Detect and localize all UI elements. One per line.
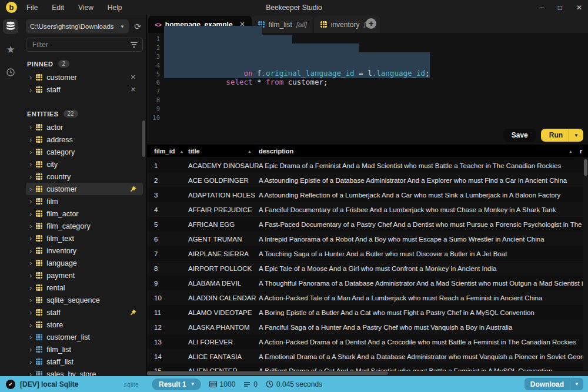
favorites-tab-button[interactable]: ★ [3, 42, 18, 57]
sidebar-scrollbar[interactable] [142, 120, 145, 157]
cell-film-id[interactable]: 2 [154, 177, 188, 184]
entity-item[interactable]: › address [26, 133, 143, 146]
database-path-dropdown[interactable]: C:\Users\ghstng\Downloads ▼ [26, 19, 129, 33]
chevron-right-icon[interactable]: › [29, 321, 32, 329]
cell-description[interactable]: A Boring Epistle of a Butler And a Cat w… [259, 309, 588, 316]
chevron-right-icon[interactable]: › [29, 210, 32, 217]
new-tab-button[interactable]: + [366, 18, 376, 29]
close-icon[interactable]: ✕ [131, 73, 136, 81]
table-row[interactable]: 15 ALIEN CENTER A Brilliant Drama of a C… [147, 364, 588, 371]
cell-title[interactable]: AGENT TRUMAN [188, 236, 259, 243]
cell-title[interactable]: ALI FOREVER [188, 339, 259, 346]
chevron-right-icon[interactable]: › [29, 185, 32, 193]
sort-icon[interactable]: ▲ [179, 149, 183, 153]
vertical-scrollbar[interactable] [583, 158, 588, 370]
download-button[interactable]: Download ▼ [524, 378, 583, 390]
column-header-film-id[interactable]: film_id ▲ [154, 148, 188, 155]
cell-description[interactable]: A Fast-Paced Documentary of a Pastry Che… [259, 221, 588, 228]
cell-description[interactable]: A Thoughtful Panorama of a Database Admi… [259, 280, 588, 287]
menu-item[interactable]: Edit [52, 4, 64, 12]
result-selector[interactable]: Result 1 ▼ [152, 378, 201, 390]
entity-item[interactable]: › sales_by_store [26, 368, 143, 376]
menu-item[interactable]: File [26, 4, 38, 12]
chevron-right-icon[interactable]: › [29, 296, 32, 304]
cell-film-id[interactable]: 6 [154, 236, 188, 243]
chevron-right-icon[interactable]: › [29, 136, 32, 143]
close-icon[interactable]: ✕ [576, 4, 582, 11]
pinned-item[interactable]: › staff ✕ [26, 83, 143, 96]
chevron-right-icon[interactable]: › [29, 160, 32, 168]
chevron-right-icon[interactable]: › [29, 86, 32, 93]
close-icon[interactable]: ✕ [131, 86, 136, 93]
entity-item[interactable]: › film_actor [26, 207, 143, 220]
table-row[interactable]: 4 AFFAIR PREJUDICE A Fanciful Documentar… [147, 202, 588, 217]
cell-film-id[interactable]: 13 [154, 339, 188, 346]
chevron-right-icon[interactable]: › [29, 73, 32, 81]
entity-item[interactable]: › store [26, 319, 143, 331]
entity-item[interactable]: › language [26, 257, 143, 269]
entity-item[interactable]: › city [26, 158, 143, 170]
cell-description[interactable]: A Epic Tale of a Moose And a Girl who mu… [259, 265, 588, 272]
cell-title[interactable]: ALASKA PHANTOM [188, 324, 259, 331]
entity-item[interactable]: › actor [26, 121, 143, 133]
table-row[interactable]: 3 ADAPTATION HOLES A Astounding Reflecti… [147, 187, 588, 202]
entity-item[interactable]: › film_text [26, 232, 143, 244]
chevron-down-icon[interactable]: ▼ [569, 133, 583, 138]
cell-title[interactable]: ACE GOLDFINGER [188, 177, 259, 184]
entity-item[interactable]: › category [26, 146, 143, 158]
cell-film-id[interactable]: 12 [154, 324, 188, 331]
chevron-right-icon[interactable]: › [29, 123, 32, 131]
cell-description[interactable]: A Touching Saga of a Hunter And a Butler… [259, 250, 588, 257]
cell-title[interactable]: AIRPORT POLLOCK [188, 265, 259, 272]
cell-description[interactable]: A Action-Packed Drama of a Dentist And a… [259, 339, 588, 346]
chevron-right-icon[interactable]: › [29, 358, 32, 366]
entity-item[interactable]: › film_category [26, 220, 143, 232]
cell-title[interactable]: AFRICAN EGG [188, 221, 259, 228]
cell-film-id[interactable]: 4 [154, 206, 188, 213]
refresh-icon[interactable]: ⟳ [132, 22, 143, 31]
table-row[interactable]: 8 AIRPORT POLLOCK A Epic Tale of a Moose… [147, 261, 588, 276]
filter-icon[interactable] [131, 42, 138, 48]
table-row[interactable]: 12 ALASKA PHANTOM A Fanciful Saga of a H… [147, 320, 588, 334]
cell-film-id[interactable]: 3 [154, 192, 188, 199]
cell-title[interactable]: ALADDIN CALENDAR [188, 294, 259, 301]
table-row[interactable]: 10 ALADDIN CALENDAR A Action-Packed Tale… [147, 290, 588, 305]
chevron-right-icon[interactable]: › [29, 346, 32, 353]
chevron-down-icon[interactable]: ▼ [570, 381, 583, 387]
chevron-right-icon[interactable]: › [29, 148, 32, 156]
table-row[interactable]: 6 AGENT TRUMAN A Intrepid Panorama of a … [147, 232, 588, 246]
cell-title[interactable]: ADAPTATION HOLES [188, 192, 259, 199]
menu-item[interactable]: View [78, 4, 93, 12]
chevron-right-icon[interactable]: › [29, 197, 32, 205]
pinned-item[interactable]: › customer ✕ [26, 71, 143, 83]
cell-film-id[interactable]: 14 [154, 353, 188, 360]
cell-description[interactable]: A Astounding Reflection of a Lumberjack … [259, 192, 588, 199]
scrollbar-thumb[interactable] [584, 159, 587, 176]
table-row[interactable]: 2 ACE GOLDFINGER A Astounding Epistle of… [147, 173, 588, 187]
table-row[interactable]: 5 AFRICAN EGG A Fast-Paced Documentary o… [147, 217, 588, 232]
column-header-description[interactable]: description ▲ [259, 148, 580, 155]
chevron-right-icon[interactable]: › [29, 333, 32, 341]
cell-title[interactable]: ACADEMY DINOSAUR [188, 162, 259, 169]
entity-item[interactable]: › sqlite_sequence [26, 294, 143, 306]
cell-description[interactable]: A Fanciful Documentary of a Frisbee And … [259, 206, 588, 213]
cell-description[interactable]: A Fanciful Saga of a Hunter And a Pastry… [259, 324, 588, 331]
table-row[interactable]: 14 ALICE FANTASIA A Emotional Drama of a… [147, 349, 588, 364]
chevron-right-icon[interactable]: › [29, 222, 32, 230]
chevron-right-icon[interactable]: › [29, 173, 32, 180]
database-tab-button[interactable] [3, 19, 18, 34]
filter-input[interactable] [31, 40, 131, 49]
chevron-right-icon[interactable]: › [29, 284, 32, 292]
cell-film-id[interactable]: 9 [154, 280, 188, 287]
sort-icon[interactable]: ▲ [248, 149, 252, 153]
entity-item[interactable]: › payment [26, 269, 143, 282]
chevron-right-icon[interactable]: › [29, 234, 32, 242]
maximize-icon[interactable]: □ [558, 4, 562, 11]
horizontal-scrollbar[interactable] [147, 371, 588, 376]
cell-film-id[interactable]: 8 [154, 265, 188, 272]
cell-title[interactable]: ALAMO VIDEOTAPE [188, 309, 259, 316]
cell-description[interactable]: A Intrepid Panorama of a Robot And a Boy… [259, 236, 588, 243]
cell-film-id[interactable]: 11 [154, 309, 188, 316]
cell-description[interactable]: A Action-Packed Tale of a Man And a Lumb… [259, 294, 588, 301]
column-header-title[interactable]: title ▲ [188, 148, 259, 155]
